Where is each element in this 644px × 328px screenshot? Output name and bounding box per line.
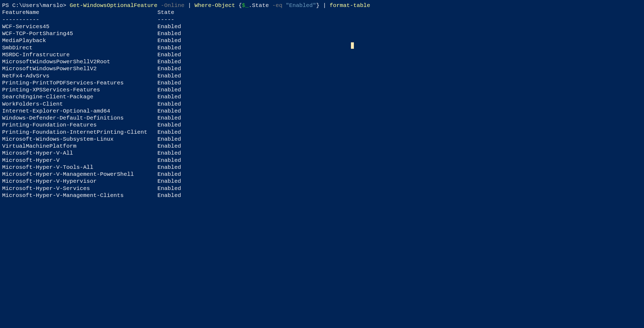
pipeline-var: $_ — [242, 2, 249, 9]
table-row: Microsoft-Hyper-V-Tools-All Enabled — [2, 164, 642, 171]
table-row: Printing-Foundation-Features Enabled — [2, 122, 642, 129]
cursor — [351, 42, 354, 49]
table-row: SmbDirect Enabled — [2, 44, 642, 51]
powershell-terminal[interactable]: PS C:\Users\marslo> Get-WindowsOptionalF… — [2, 2, 642, 199]
param-online: -Online — [161, 2, 184, 9]
prompt: PS C:\Users\marslo> — [2, 2, 70, 9]
table-row: Microsoft-Windows-Subsystem-Linux Enable… — [2, 136, 642, 143]
cmdlet: Get-WindowsOptionalFeature — [70, 2, 158, 9]
table-row: Microsoft-Hyper-V-Services Enabled — [2, 185, 642, 192]
table-row: Windows-Defender-Default-Definitions Ena… — [2, 115, 642, 122]
table-row: WCF-TCP-PortSharing45 Enabled — [2, 30, 642, 37]
table-row: Printing-PrintToPDFServices-Features Ena… — [2, 80, 642, 87]
table-row: Microsoft-Hyper-V-Management-Clients Ena… — [2, 192, 642, 199]
where-object: Where-Object — [194, 2, 235, 9]
table-row: MicrosoftWindowsPowerShellV2Root Enabled — [2, 58, 642, 65]
table-row: VirtualMachinePlatform Enabled — [2, 143, 642, 150]
table-row: NetFx4-AdvSrvs Enabled — [2, 73, 642, 80]
table-divider: ----------- ----- — [2, 16, 642, 23]
command-line: PS C:\Users\marslo> Get-WindowsOptionalF… — [2, 2, 642, 9]
string-literal: "Enabled" — [286, 2, 316, 9]
table-row: Internet-Explorer-Optional-amd64 Enabled — [2, 108, 642, 115]
table-row: Microsoft-Hyper-V-Management-PowerShell … — [2, 171, 642, 178]
table-row: Microsoft-Hyper-V-Hypervisor Enabled — [2, 178, 642, 185]
table-row: Printing-XPSServices-Features Enabled — [2, 87, 642, 94]
table-row: WCF-Services45 Enabled — [2, 23, 642, 30]
table-row: Printing-Foundation-InternetPrinting-Cli… — [2, 129, 642, 136]
table-row: Microsoft-Hyper-V-All Enabled — [2, 150, 642, 157]
table-row: WorkFolders-Client Enabled — [2, 101, 642, 108]
table-header: FeatureName State — [2, 9, 642, 16]
table-row: Microsoft-Hyper-V Enabled — [2, 157, 642, 164]
table-row: SearchEngine-Client-Package Enabled — [2, 94, 642, 100]
table-row: MediaPlayback Enabled — [2, 37, 642, 44]
table-row: MicrosoftWindowsPowerShellV2 Enabled — [2, 65, 642, 72]
format-table: format-table — [330, 2, 370, 9]
table-row: MSRDC-Infrastructure Enabled — [2, 51, 642, 58]
